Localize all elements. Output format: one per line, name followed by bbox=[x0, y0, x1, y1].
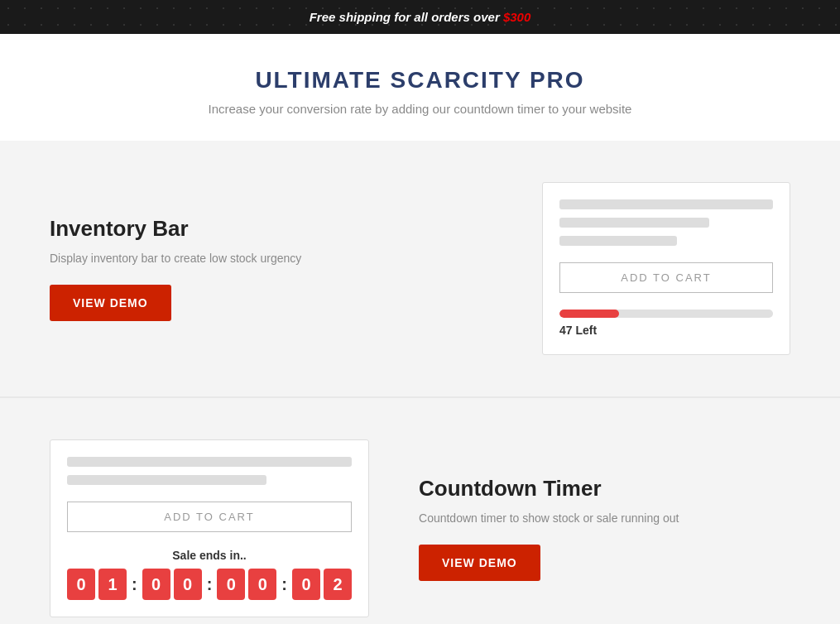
countdown-demo-button[interactable]: VIEW DEMO bbox=[419, 545, 540, 581]
countdown-add-to-cart-button[interactable]: ADD TO CART bbox=[67, 502, 352, 532]
hero-section: ULTIMATE SCARCITY PRO Increase your conv… bbox=[0, 34, 840, 141]
banner-text: Free shipping for all orders over bbox=[310, 10, 503, 24]
inventory-bar: 47 Left bbox=[559, 310, 773, 338]
digit-3: 0 bbox=[174, 569, 202, 600]
countdown-digits: 0 1 : 0 0 : 0 0 : 0 2 bbox=[67, 569, 352, 600]
digit-1: 1 bbox=[98, 569, 127, 600]
inventory-add-to-cart-button[interactable]: ADD TO CART bbox=[559, 262, 773, 293]
digit-2: 0 bbox=[142, 569, 170, 600]
countdown-line-1 bbox=[67, 457, 352, 467]
product-line-3 bbox=[559, 236, 677, 246]
inventory-product-card: ADD TO CART 47 Left bbox=[542, 182, 790, 355]
digit-4: 0 bbox=[217, 569, 245, 600]
inventory-title: Inventory Bar bbox=[50, 216, 509, 242]
digit-6: 0 bbox=[292, 569, 320, 600]
inventory-left-label: 47 Left bbox=[559, 324, 597, 337]
sale-ends-label: Sale ends in.. bbox=[67, 549, 352, 562]
separator-1: : bbox=[130, 575, 139, 594]
product-line-1 bbox=[559, 199, 773, 209]
top-banner: Free shipping for all orders over $300 bbox=[0, 0, 840, 34]
inventory-section: Inventory Bar Display inventory bar to c… bbox=[0, 141, 840, 396]
inventory-bar-fill bbox=[559, 310, 619, 318]
separator-3: : bbox=[280, 575, 289, 594]
inventory-text-block: Inventory Bar Display inventory bar to c… bbox=[50, 216, 542, 321]
countdown-section: ADD TO CART Sale ends in.. 0 1 : 0 0 : 0… bbox=[0, 397, 840, 624]
inventory-demo-button[interactable]: VIEW DEMO bbox=[50, 285, 171, 321]
digit-5: 0 bbox=[248, 569, 276, 600]
countdown-line-2 bbox=[67, 475, 266, 485]
countdown-description: Countdown timer to show stock or sale ru… bbox=[419, 511, 790, 525]
product-line-2 bbox=[559, 218, 709, 228]
inventory-bar-track bbox=[559, 310, 773, 318]
countdown-title: Countdown Timer bbox=[419, 476, 790, 502]
countdown-product-card: ADD TO CART Sale ends in.. 0 1 : 0 0 : 0… bbox=[50, 439, 369, 617]
inventory-description: Display inventory bar to create low stoc… bbox=[50, 252, 509, 265]
hero-title: ULTIMATE SCARCITY PRO bbox=[17, 67, 823, 94]
hero-subtitle: Increase your conversion rate by adding … bbox=[17, 102, 823, 116]
separator-2: : bbox=[205, 575, 214, 594]
digit-7: 2 bbox=[324, 569, 352, 600]
digit-0: 0 bbox=[67, 569, 95, 600]
banner-price: $300 bbox=[503, 10, 530, 24]
countdown-text-block: Countdown Timer Countdown timer to show … bbox=[369, 476, 790, 581]
